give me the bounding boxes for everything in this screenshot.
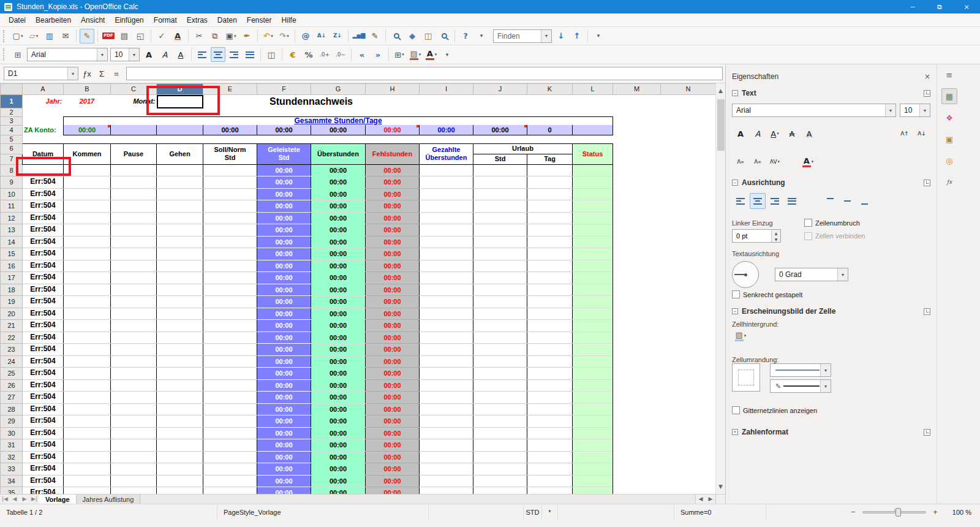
selection-mode[interactable]: STD bbox=[524, 504, 542, 520]
cell-D1-selected[interactable] bbox=[157, 95, 203, 108]
merge-cells-button[interactable]: ◫ bbox=[264, 47, 279, 62]
table-header-fehlstunden[interactable]: Fehlstunden bbox=[366, 143, 420, 164]
cell-H35[interactable]: 00:00 bbox=[366, 487, 420, 494]
cell-C19[interactable] bbox=[111, 296, 157, 308]
row-header-24[interactable]: 24 bbox=[1, 355, 23, 368]
cell-H25[interactable]: 00:00 bbox=[366, 368, 420, 380]
cell-N21[interactable] bbox=[661, 320, 716, 332]
cell-K8[interactable] bbox=[527, 164, 573, 176]
cell-D8[interactable] bbox=[157, 164, 203, 176]
row-header-5[interactable]: 5 bbox=[1, 135, 23, 143]
cell-D24[interactable] bbox=[157, 355, 203, 368]
cell-F19[interactable]: 00:00 bbox=[257, 296, 311, 308]
auto-spellcheck-button[interactable]: A bbox=[170, 29, 185, 44]
cell-K27[interactable] bbox=[527, 392, 573, 404]
cell-A13[interactable]: Err:504 bbox=[23, 224, 64, 237]
cell-J21[interactable] bbox=[473, 320, 527, 332]
format-cells-button[interactable]: ⊞ bbox=[10, 47, 25, 62]
cell-N18[interactable] bbox=[661, 284, 716, 296]
cell-J16[interactable] bbox=[473, 260, 527, 272]
cell-G18[interactable]: 00:00 bbox=[311, 284, 366, 296]
cell-K30[interactable] bbox=[527, 427, 573, 439]
cell-M13[interactable] bbox=[613, 224, 661, 237]
cell-L17[interactable] bbox=[573, 272, 613, 284]
cell-B8[interactable] bbox=[64, 164, 111, 176]
row-header-28[interactable]: 28 bbox=[1, 403, 23, 415]
help-button[interactable]: ? bbox=[458, 29, 473, 44]
zoom-button[interactable] bbox=[437, 29, 451, 44]
strikethrough-button[interactable]: A bbox=[784, 126, 800, 142]
cell-A33[interactable]: Err:504 bbox=[23, 463, 64, 476]
font-name-select[interactable]: Arial bbox=[27, 48, 108, 61]
cell-B14[interactable] bbox=[64, 236, 111, 248]
cell-I28[interactable] bbox=[420, 403, 473, 415]
cell-F2[interactable] bbox=[257, 108, 311, 117]
cell-M22[interactable] bbox=[613, 332, 661, 344]
cell-M19[interactable] bbox=[613, 296, 661, 308]
row-header-33[interactable]: 33 bbox=[1, 463, 23, 476]
save-button[interactable]: ▥ bbox=[42, 29, 57, 44]
align-center-button[interactable] bbox=[750, 193, 766, 209]
column-header-I[interactable]: I bbox=[420, 84, 473, 95]
cell-I23[interactable] bbox=[420, 344, 473, 356]
cell-E26[interactable] bbox=[203, 379, 257, 392]
cell-E14[interactable] bbox=[203, 236, 257, 248]
cell-J22[interactable] bbox=[473, 332, 527, 344]
table-header-gezahlte-ueberstunden[interactable]: GezahlteÜberstunden bbox=[420, 143, 473, 164]
cell-L21[interactable] bbox=[573, 320, 613, 332]
cell-H12[interactable]: 00:00 bbox=[366, 212, 420, 224]
cell-J15[interactable] bbox=[473, 248, 527, 260]
column-header-A[interactable]: A bbox=[23, 84, 64, 95]
cell-K3[interactable] bbox=[527, 116, 573, 125]
cell-A23[interactable]: Err:504 bbox=[23, 344, 64, 356]
cell-G34[interactable]: 00:00 bbox=[311, 475, 366, 487]
cell-A4[interactable]: ZA Konto: bbox=[23, 125, 64, 135]
sidebar-font-name-select[interactable]: Arial bbox=[732, 104, 896, 117]
cell-F13[interactable]: 00:00 bbox=[257, 224, 311, 237]
cell-C8[interactable] bbox=[111, 164, 157, 176]
cell-M32[interactable] bbox=[613, 451, 661, 463]
cell-G2[interactable] bbox=[311, 108, 366, 117]
cell-H30[interactable]: 00:00 bbox=[366, 427, 420, 439]
row-header-26[interactable]: 26 bbox=[1, 379, 23, 392]
undo-button[interactable]: ↶▾ bbox=[261, 29, 276, 44]
cell-F28[interactable]: 00:00 bbox=[257, 403, 311, 415]
first-sheet-button[interactable]: |◀ bbox=[0, 495, 10, 504]
minimize-button[interactable]: ─ bbox=[899, 0, 926, 13]
cell-E22[interactable] bbox=[203, 332, 257, 344]
cell-J12[interactable] bbox=[473, 212, 527, 224]
row-header-4[interactable]: 4 bbox=[1, 125, 23, 135]
cell-K19[interactable] bbox=[527, 296, 573, 308]
cell-F8[interactable]: 00:00 bbox=[257, 164, 311, 176]
select-all-corner[interactable] bbox=[1, 84, 23, 95]
cell-J27[interactable] bbox=[473, 392, 527, 404]
cell-B12[interactable] bbox=[64, 212, 111, 224]
cell-H15[interactable]: 00:00 bbox=[366, 248, 420, 260]
align-right-button[interactable] bbox=[767, 193, 783, 209]
edit-mode-button[interactable]: ✎ bbox=[80, 29, 94, 44]
cell-C3[interactable] bbox=[111, 116, 157, 125]
cell-F24[interactable]: 00:00 bbox=[257, 355, 311, 368]
cell-G32[interactable]: 00:00 bbox=[311, 451, 366, 463]
cell-F29[interactable]: 00:00 bbox=[257, 415, 311, 428]
cell-I35[interactable] bbox=[420, 487, 473, 494]
cell-E13[interactable] bbox=[203, 224, 257, 237]
font-size-select[interactable]: 10 bbox=[110, 48, 140, 61]
cell-M28[interactable] bbox=[613, 403, 661, 415]
cell-H14[interactable]: 00:00 bbox=[366, 236, 420, 248]
cell-D10[interactable] bbox=[157, 188, 203, 200]
row-header-35[interactable]: 35 bbox=[1, 487, 23, 494]
border-line-style-select[interactable] bbox=[770, 363, 831, 377]
cell-E21[interactable] bbox=[203, 320, 257, 332]
align-bottom-button[interactable] bbox=[856, 193, 872, 209]
cell-M24[interactable] bbox=[613, 355, 661, 368]
row-header-13[interactable]: 13 bbox=[1, 224, 23, 237]
italic-button[interactable]: A bbox=[750, 126, 766, 142]
section-header-erscheinungsbild[interactable]: − Erscheinungsbild der Zelle bbox=[732, 305, 930, 318]
cell-H33[interactable]: 00:00 bbox=[366, 463, 420, 476]
cell-M7[interactable] bbox=[613, 154, 661, 164]
column-header-H[interactable]: H bbox=[366, 84, 420, 95]
cell-I10[interactable] bbox=[420, 188, 473, 200]
cell-C10[interactable] bbox=[111, 188, 157, 200]
cell-J3[interactable] bbox=[473, 116, 527, 125]
